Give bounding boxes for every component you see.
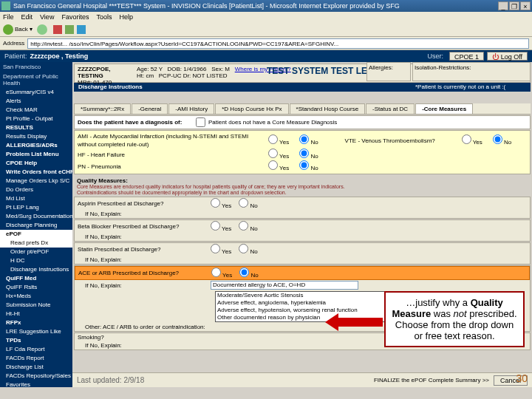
sidebar-sub[interactable]: Favorites bbox=[0, 381, 72, 387]
sidebar-sub[interactable]: FACDs Report bbox=[0, 354, 72, 363]
sidebar-item[interactable]: Write Orders front eCHR bbox=[0, 168, 72, 177]
tabs: *Summary*::2Rx -General -AMI History *D … bbox=[74, 103, 531, 115]
ami-yes[interactable] bbox=[268, 134, 278, 144]
statin-yes[interactable] bbox=[211, 244, 220, 253]
sidebar-sub[interactable]: Ht-Ht bbox=[0, 310, 72, 318]
sidebar-item[interactable]: RESULTS bbox=[0, 123, 72, 132]
hf-yes[interactable] bbox=[268, 149, 278, 158]
diag-hf: HF - Heart Failure bbox=[78, 151, 262, 159]
address-input[interactable]: http://invtest... /sso/InvClin/Pages/Wor… bbox=[27, 38, 529, 49]
logoff-button[interactable]: ⏻ Log Off bbox=[487, 52, 528, 61]
sidebar-item[interactable]: Med/Surg Documentation bbox=[0, 212, 72, 221]
sidebar-item[interactable]: CPOE Help bbox=[0, 159, 72, 168]
statin-no[interactable] bbox=[239, 244, 248, 253]
aspirin-no[interactable] bbox=[239, 198, 248, 208]
refresh-icon[interactable] bbox=[65, 25, 74, 34]
menu-favorites[interactable]: Favorites bbox=[61, 13, 89, 21]
dd-opt[interactable]: Moderate/Severe Aortic Stenosis bbox=[216, 292, 384, 299]
tab-general[interactable]: -General bbox=[132, 103, 168, 114]
sidebar-sub[interactable]: TPDs bbox=[0, 336, 72, 345]
forward-button[interactable] bbox=[37, 24, 49, 35]
sidebar-sub[interactable]: QuiFF Med bbox=[0, 274, 72, 283]
sidebar-item[interactable]: Manage Orders Lkp S/C bbox=[0, 177, 72, 185]
hf-no[interactable] bbox=[299, 149, 309, 158]
allergies-label: Allergies: bbox=[369, 64, 409, 71]
dd-opt[interactable]: Adverse effect, angiodema, hyperkalemia bbox=[216, 299, 384, 307]
tab-core-measures[interactable]: -Core Measures bbox=[415, 103, 473, 114]
sidebar-sub[interactable]: Discharge List bbox=[0, 363, 72, 372]
patient-name: Zzzzcpoe , Testing bbox=[30, 52, 89, 60]
sidebar-item[interactable]: Results Display bbox=[0, 132, 72, 141]
aspirin-yes[interactable] bbox=[211, 198, 220, 208]
sidebar-sub[interactable]: H DC bbox=[0, 256, 72, 265]
ace-yes[interactable] bbox=[211, 267, 221, 277]
sidebar-item[interactable]: Pt Profile - Outpat bbox=[0, 115, 72, 123]
pn-no[interactable] bbox=[299, 160, 309, 170]
nav-sidebar: San Francisco Department of Public Healt… bbox=[0, 62, 72, 387]
tab-summary[interactable]: *Summary*::2Rx bbox=[74, 103, 131, 114]
allergies-panel: Allergies: bbox=[366, 62, 411, 81]
maximize-button[interactable]: ❐ bbox=[509, 1, 519, 10]
sidebar-item-epof[interactable]: ePOF bbox=[0, 230, 72, 239]
pn-yes[interactable] bbox=[268, 160, 278, 170]
patient-header: San Francisco Patient: Zzzzcpoe , Testin… bbox=[0, 50, 532, 62]
ami-no[interactable] bbox=[299, 134, 309, 144]
stop-icon[interactable] bbox=[53, 25, 62, 34]
patient-label: Patient: bbox=[4, 52, 27, 60]
user-chip[interactable]: CPOE 1 bbox=[449, 52, 484, 61]
sidebar-sub[interactable]: FACDs Repository/Sales bbox=[0, 372, 72, 381]
home-icon[interactable] bbox=[77, 25, 86, 34]
menu-tools[interactable]: Tools bbox=[96, 13, 112, 21]
sidebar-item[interactable]: Do Orders bbox=[0, 185, 72, 194]
diag-pn: PN - Pneumonia bbox=[78, 163, 262, 171]
iso-label: Isolation-Restrictions: bbox=[415, 64, 528, 71]
sidebar-sub[interactable]: Hx+Meds bbox=[0, 292, 72, 301]
sidebar-item[interactable]: ALLERGIES/ADRs bbox=[0, 141, 72, 150]
user-label: User: bbox=[428, 52, 444, 60]
sidebar-item[interactable]: Alerts bbox=[0, 97, 72, 106]
sidebar-item[interactable]: Problem List Menu bbox=[0, 150, 72, 159]
tab-status[interactable]: -Status at DC bbox=[366, 103, 415, 114]
sidebar-sub[interactable]: QuiFF Rslts bbox=[0, 283, 72, 292]
sidebar-item[interactable]: Md List bbox=[0, 194, 72, 203]
ace-no[interactable] bbox=[239, 267, 249, 277]
qm-note2: Contraindications should be documented a… bbox=[74, 190, 531, 196]
demo-sex: Sex: M bbox=[211, 66, 230, 72]
tab-ami[interactable]: -AMI History bbox=[168, 103, 214, 114]
ace-reason-dropdown[interactable]: Documented allergy to ACE, O=HD bbox=[211, 281, 358, 290]
tab-std-hosp[interactable]: *Standard Hosp Course bbox=[290, 103, 366, 114]
close-button[interactable]: × bbox=[520, 1, 531, 10]
annotation-arrow bbox=[338, 318, 383, 327]
sidebar-sub[interactable]: Read prefs Dx bbox=[0, 239, 72, 248]
sidebar-sub[interactable]: RFPx bbox=[0, 318, 72, 327]
sidebar-item[interactable]: Check MAR bbox=[0, 106, 72, 115]
measure-statin: Statin Prescribed at Discharge? Yes No I… bbox=[74, 242, 531, 265]
menu-view[interactable]: View bbox=[40, 13, 54, 21]
bb-no[interactable] bbox=[239, 221, 248, 231]
footer: Last updated: 2/9/18 FINALIZE the ePOF C… bbox=[72, 372, 532, 387]
sidebar-sub[interactable]: Submission Note bbox=[0, 301, 72, 310]
minimize-button[interactable]: _ bbox=[498, 1, 508, 10]
sidebar-item[interactable]: eSummary/CIS v4 bbox=[0, 88, 72, 97]
dd-opt[interactable]: Adverse effect, hypotension, worsening r… bbox=[216, 307, 384, 314]
qm-note1: Core Measures are endorsed quality indic… bbox=[74, 184, 531, 190]
sidebar-item[interactable]: Discharge Planning bbox=[0, 221, 72, 230]
window-title: San Francisco General Hospital ***TEST**… bbox=[13, 2, 400, 10]
sidebar-sub[interactable]: LRE Suggestion Like bbox=[0, 327, 72, 336]
sidebar-sub[interactable]: Order pt/ePOF bbox=[0, 248, 72, 256]
app-icon bbox=[1, 1, 10, 10]
no-core-checkbox[interactable] bbox=[196, 117, 205, 127]
sidebar-sub[interactable]: LF Cda Report bbox=[0, 345, 72, 354]
menu-edit[interactable]: Edit bbox=[21, 13, 33, 21]
bb-yes[interactable] bbox=[211, 221, 220, 231]
tab-hosp[interactable]: *D Hosp Course Hx Px bbox=[215, 103, 288, 114]
arrow-icon bbox=[325, 313, 338, 331]
sidebar-item[interactable]: Pt LEP Lang bbox=[0, 203, 72, 212]
vte-no[interactable] bbox=[493, 134, 502, 144]
menu-help[interactable]: Help bbox=[119, 13, 133, 21]
sidebar-sub[interactable]: Discharge Instructions bbox=[0, 265, 72, 274]
menu-file[interactable]: File bbox=[3, 13, 14, 21]
window-titlebar: San Francisco General Hospital ***TEST**… bbox=[0, 0, 532, 12]
back-button[interactable]: Back ▾ bbox=[3, 24, 33, 35]
vte-yes[interactable] bbox=[462, 134, 471, 144]
